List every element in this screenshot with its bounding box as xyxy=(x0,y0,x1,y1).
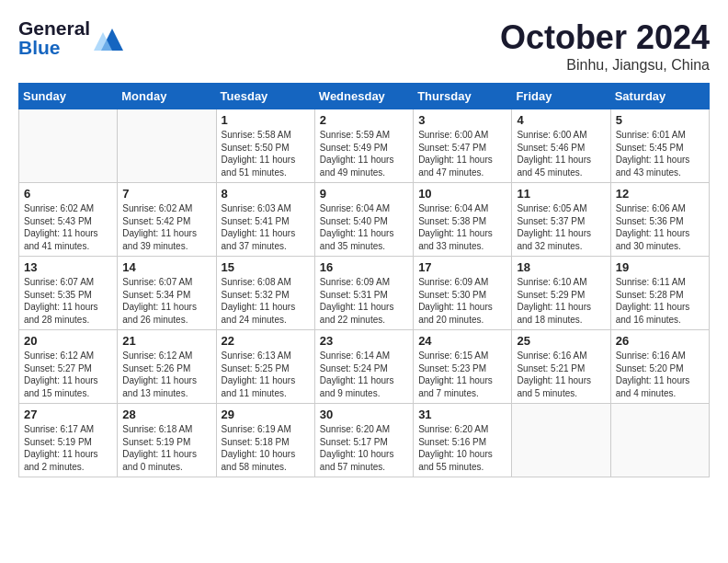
day-number: 15 xyxy=(222,260,310,274)
day-content: Sunrise: 6:13 AM Sunset: 5:25 PM Dayligh… xyxy=(222,350,310,399)
day-content: Sunrise: 5:58 AM Sunset: 5:50 PM Dayligh… xyxy=(222,129,310,178)
day-number: 10 xyxy=(418,187,506,201)
day-content: Sunrise: 6:18 AM Sunset: 5:19 PM Dayligh… xyxy=(122,423,210,473)
calendar-cell xyxy=(512,404,610,477)
day-content: Sunrise: 6:17 AM Sunset: 5:19 PM Dayligh… xyxy=(24,423,112,473)
calendar-cell: 19Sunrise: 6:11 AM Sunset: 5:28 PM Dayli… xyxy=(610,257,709,330)
day-number: 20 xyxy=(24,334,112,348)
day-number: 4 xyxy=(517,113,605,127)
column-header-thursday: Thursday xyxy=(414,84,512,109)
logo-icon xyxy=(94,25,123,51)
calendar-cell: 2Sunrise: 5:59 AM Sunset: 5:49 PM Daylig… xyxy=(314,109,413,183)
calendar-week-4: 27Sunrise: 6:17 AM Sunset: 5:19 PM Dayli… xyxy=(19,404,710,477)
day-number: 12 xyxy=(616,187,704,201)
calendar-cell: 18Sunrise: 6:10 AM Sunset: 5:29 PM Dayli… xyxy=(512,257,610,330)
day-content: Sunrise: 6:00 AM Sunset: 5:47 PM Dayligh… xyxy=(418,129,506,178)
day-content: Sunrise: 6:20 AM Sunset: 5:16 PM Dayligh… xyxy=(418,423,506,473)
day-content: Sunrise: 6:11 AM Sunset: 5:28 PM Dayligh… xyxy=(616,276,704,326)
calendar-cell: 15Sunrise: 6:08 AM Sunset: 5:32 PM Dayli… xyxy=(216,257,314,330)
calendar-week-0: 1Sunrise: 5:58 AM Sunset: 5:50 PM Daylig… xyxy=(19,109,710,183)
day-number: 3 xyxy=(418,113,506,127)
day-number: 1 xyxy=(222,113,310,127)
column-header-monday: Monday xyxy=(118,84,216,109)
calendar-cell: 22Sunrise: 6:13 AM Sunset: 5:25 PM Dayli… xyxy=(216,330,314,404)
day-content: Sunrise: 6:04 AM Sunset: 5:38 PM Dayligh… xyxy=(418,202,506,252)
day-number: 9 xyxy=(320,187,408,201)
calendar-cell: 9Sunrise: 6:04 AM Sunset: 5:40 PM Daylig… xyxy=(314,183,413,257)
day-number: 8 xyxy=(222,187,310,201)
day-number: 17 xyxy=(418,260,506,274)
calendar-cell: 12Sunrise: 6:06 AM Sunset: 5:36 PM Dayli… xyxy=(610,183,709,257)
day-content: Sunrise: 6:04 AM Sunset: 5:40 PM Dayligh… xyxy=(320,202,408,252)
day-number: 2 xyxy=(320,113,408,127)
column-header-sunday: Sunday xyxy=(19,84,118,109)
day-content: Sunrise: 6:12 AM Sunset: 5:27 PM Dayligh… xyxy=(24,350,112,399)
calendar-cell: 30Sunrise: 6:20 AM Sunset: 5:17 PM Dayli… xyxy=(314,404,413,477)
day-number: 25 xyxy=(517,334,605,348)
day-content: Sunrise: 6:10 AM Sunset: 5:29 PM Dayligh… xyxy=(517,276,605,326)
calendar-cell: 28Sunrise: 6:18 AM Sunset: 5:19 PM Dayli… xyxy=(118,404,216,477)
logo-line2: Blue xyxy=(18,38,90,57)
day-content: Sunrise: 6:14 AM Sunset: 5:24 PM Dayligh… xyxy=(320,350,408,399)
day-number: 22 xyxy=(222,334,310,348)
day-number: 6 xyxy=(24,187,112,201)
day-content: Sunrise: 6:09 AM Sunset: 5:31 PM Dayligh… xyxy=(320,276,408,326)
day-content: Sunrise: 6:06 AM Sunset: 5:36 PM Dayligh… xyxy=(616,202,704,252)
day-content: Sunrise: 6:19 AM Sunset: 5:18 PM Dayligh… xyxy=(222,423,310,473)
calendar-table: SundayMondayTuesdayWednesdayThursdayFrid… xyxy=(18,83,710,477)
calendar-cell: 26Sunrise: 6:16 AM Sunset: 5:20 PM Dayli… xyxy=(610,330,709,404)
calendar-cell: 29Sunrise: 6:19 AM Sunset: 5:18 PM Dayli… xyxy=(216,404,314,477)
calendar-cell: 24Sunrise: 6:15 AM Sunset: 5:23 PM Dayli… xyxy=(414,330,512,404)
day-content: Sunrise: 6:02 AM Sunset: 5:43 PM Dayligh… xyxy=(24,202,112,252)
title-section: October 2024 Binhu, Jiangsu, China xyxy=(500,18,710,74)
column-header-wednesday: Wednesday xyxy=(314,84,413,109)
calendar-cell: 4Sunrise: 6:00 AM Sunset: 5:46 PM Daylig… xyxy=(512,109,610,183)
calendar-cell: 27Sunrise: 6:17 AM Sunset: 5:19 PM Dayli… xyxy=(19,404,118,477)
calendar-cell: 5Sunrise: 6:01 AM Sunset: 5:45 PM Daylig… xyxy=(610,109,709,183)
day-content: Sunrise: 6:09 AM Sunset: 5:30 PM Dayligh… xyxy=(418,276,506,326)
day-number: 27 xyxy=(24,408,112,421)
day-number: 13 xyxy=(24,260,112,274)
calendar-cell: 6Sunrise: 6:02 AM Sunset: 5:43 PM Daylig… xyxy=(19,183,118,257)
calendar-cell: 31Sunrise: 6:20 AM Sunset: 5:16 PM Dayli… xyxy=(414,404,512,477)
logo-line1: General xyxy=(18,18,90,38)
day-content: Sunrise: 6:00 AM Sunset: 5:46 PM Dayligh… xyxy=(517,129,605,178)
day-content: Sunrise: 6:07 AM Sunset: 5:35 PM Dayligh… xyxy=(24,276,112,326)
page-header: General Blue October 2024 Binhu, Jiangsu… xyxy=(18,18,710,74)
day-content: Sunrise: 6:03 AM Sunset: 5:41 PM Dayligh… xyxy=(222,202,310,252)
day-number: 18 xyxy=(517,260,605,274)
column-header-friday: Friday xyxy=(512,84,610,109)
day-number: 11 xyxy=(517,187,605,201)
calendar-cell: 8Sunrise: 6:03 AM Sunset: 5:41 PM Daylig… xyxy=(216,183,314,257)
calendar-cell: 3Sunrise: 6:00 AM Sunset: 5:47 PM Daylig… xyxy=(414,109,512,183)
day-number: 30 xyxy=(320,408,408,421)
logo: General Blue xyxy=(18,18,123,57)
calendar-cell: 17Sunrise: 6:09 AM Sunset: 5:30 PM Dayli… xyxy=(414,257,512,330)
calendar-cell xyxy=(610,404,709,477)
day-number: 19 xyxy=(616,260,704,274)
day-content: Sunrise: 6:20 AM Sunset: 5:17 PM Dayligh… xyxy=(320,423,408,473)
calendar-cell: 7Sunrise: 6:02 AM Sunset: 5:42 PM Daylig… xyxy=(118,183,216,257)
day-content: Sunrise: 6:05 AM Sunset: 5:37 PM Dayligh… xyxy=(517,202,605,252)
calendar-week-1: 6Sunrise: 6:02 AM Sunset: 5:43 PM Daylig… xyxy=(19,183,710,257)
calendar-cell xyxy=(19,109,118,183)
calendar-week-2: 13Sunrise: 6:07 AM Sunset: 5:35 PM Dayli… xyxy=(19,257,710,330)
column-header-tuesday: Tuesday xyxy=(216,84,314,109)
calendar-cell: 1Sunrise: 5:58 AM Sunset: 5:50 PM Daylig… xyxy=(216,109,314,183)
day-content: Sunrise: 5:59 AM Sunset: 5:49 PM Dayligh… xyxy=(320,129,408,178)
location-title: Binhu, Jiangsu, China xyxy=(500,57,710,74)
calendar-cell: 20Sunrise: 6:12 AM Sunset: 5:27 PM Dayli… xyxy=(19,330,118,404)
calendar-cell: 21Sunrise: 6:12 AM Sunset: 5:26 PM Dayli… xyxy=(118,330,216,404)
calendar-cell: 23Sunrise: 6:14 AM Sunset: 5:24 PM Dayli… xyxy=(314,330,413,404)
calendar-week-3: 20Sunrise: 6:12 AM Sunset: 5:27 PM Dayli… xyxy=(19,330,710,404)
day-content: Sunrise: 6:12 AM Sunset: 5:26 PM Dayligh… xyxy=(122,350,210,399)
calendar-cell: 11Sunrise: 6:05 AM Sunset: 5:37 PM Dayli… xyxy=(512,183,610,257)
day-number: 14 xyxy=(122,260,210,274)
calendar-cell: 10Sunrise: 6:04 AM Sunset: 5:38 PM Dayli… xyxy=(414,183,512,257)
calendar-cell: 25Sunrise: 6:16 AM Sunset: 5:21 PM Dayli… xyxy=(512,330,610,404)
day-content: Sunrise: 6:07 AM Sunset: 5:34 PM Dayligh… xyxy=(122,276,210,326)
month-title: October 2024 xyxy=(500,18,710,57)
day-number: 23 xyxy=(320,334,408,348)
day-number: 26 xyxy=(616,334,704,348)
day-number: 28 xyxy=(122,408,210,421)
